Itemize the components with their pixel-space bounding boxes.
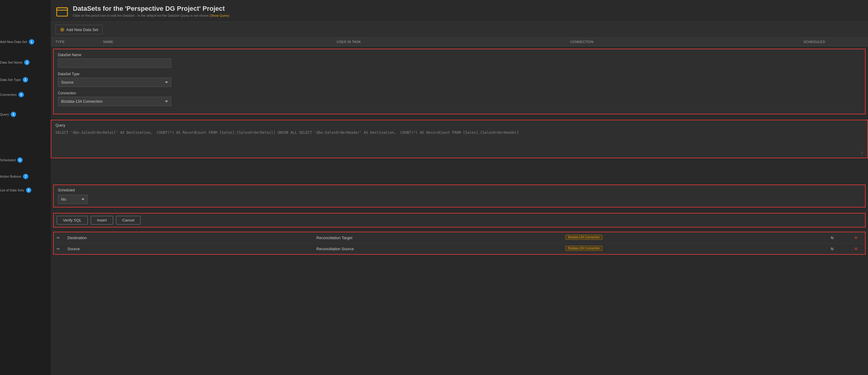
delete-icon[interactable]: ✕ <box>850 235 862 241</box>
annotation-query: Query 5 <box>0 112 16 117</box>
row-connection: Bizdata-134 Connection <box>565 246 814 252</box>
annotation-add-dataset: Add New Data Set 1 <box>0 39 34 45</box>
page-header: DataSets for the 'Perspective DG Project… <box>51 0 868 22</box>
row-name: Destination <box>67 236 316 240</box>
col-scheduled: SCHEDULED <box>804 40 851 44</box>
spacer-area <box>53 158 866 182</box>
connection-badge: Bizdata-134 Connection <box>565 235 603 240</box>
table-row: ✏ Source Reconciliation Source Bizdata-1… <box>54 243 865 254</box>
row-scheduled: N <box>814 236 850 240</box>
col-actions <box>851 40 863 44</box>
connection-row: Connection Bizdata-134 Connection <box>58 91 861 106</box>
connection-label: Connection <box>58 91 861 95</box>
edit-icon[interactable]: ✏ <box>57 247 67 251</box>
annotation-dataset-name: Data Set Name 2 <box>0 60 30 65</box>
edit-icon[interactable]: ✏ <box>57 236 67 240</box>
row-used-in-task: Reconciliation Source <box>316 247 565 251</box>
query-textarea[interactable]: SELECT 'dbo.SalesOrderDetail' AS Destina… <box>56 130 863 154</box>
cancel-button[interactable]: Cancel <box>116 216 141 225</box>
connection-badge: Bizdata-134 Connection <box>565 246 603 251</box>
delete-icon[interactable]: ✕ <box>850 246 862 252</box>
insert-button[interactable]: Insert <box>91 216 113 225</box>
svg-rect-0 <box>57 8 67 16</box>
col-used-in-task: USED IN TASK <box>337 40 570 44</box>
annotation-connection: Connection 4 <box>0 92 24 97</box>
col-type: TYPE <box>56 40 103 44</box>
show-query-link[interactable]: Show Query <box>211 14 229 17</box>
row-used-in-task: Reconciliation Target <box>316 236 565 240</box>
col-name: NAME <box>103 40 337 44</box>
toolbar: ⊕ Add New Data Set <box>51 22 868 38</box>
query-label: Query <box>56 123 863 127</box>
dataset-type-row: DataSet Type Source Destination <box>58 72 861 87</box>
dataset-name-label: DataSet Name <box>58 53 861 57</box>
dataset-icon <box>56 5 69 19</box>
table-header: TYPE NAME USED IN TASK CONNECTION SCHEDU… <box>51 38 868 46</box>
col-connection: CONNECTION <box>570 40 804 44</box>
table-row: ✏ Destination Reconciliation Target Bizd… <box>54 232 865 243</box>
row-name: Source <box>67 247 316 251</box>
annotation-scheduled: Scheduled 6 <box>0 157 23 163</box>
page-title: DataSets for the 'Perspective DG Project… <box>73 5 230 12</box>
dataset-name-section: DataSet Name DataSet Type Source Destina… <box>53 49 866 114</box>
header-text: DataSets for the 'Perspective DG Project… <box>73 5 230 17</box>
dataset-type-select[interactable]: Source Destination <box>58 78 171 87</box>
annotation-panel: Add New Data Set 1 Data Set Name 2 Data … <box>0 0 51 375</box>
row-scheduled: N <box>814 247 850 251</box>
dataset-name-row: DataSet Name <box>58 53 861 68</box>
plus-icon: ⊕ <box>60 27 64 32</box>
query-section: Query SELECT 'dbo.SalesOrderDetail' AS D… <box>51 120 868 158</box>
dataset-name-input[interactable] <box>58 59 171 68</box>
annotation-list-datasets: List of Data Sets 8 <box>0 188 31 193</box>
add-dataset-label: Add New Data Set <box>66 27 98 32</box>
annotation-action-buttons: Action Buttons 7 <box>0 174 28 179</box>
dataset-type-label: DataSet Type <box>58 72 861 76</box>
add-dataset-button[interactable]: ⊕ Add New Data Set <box>56 25 103 34</box>
connection-select[interactable]: Bizdata-134 Connection <box>58 97 171 106</box>
annotation-dataset-type: Data Set Type 3 <box>0 77 28 82</box>
svg-rect-1 <box>57 8 67 10</box>
row-connection: Bizdata-134 Connection <box>565 235 814 241</box>
page-subtitle: Click on the pencil icon to edit the Dat… <box>73 14 230 17</box>
scheduled-label: Scheduled <box>58 188 861 192</box>
data-table: ✏ Destination Reconciliation Target Bizd… <box>53 232 866 255</box>
verify-sql-button[interactable]: Verify SQL <box>57 216 88 225</box>
main-content: DataSets for the 'Perspective DG Project… <box>51 0 868 375</box>
scheduled-select[interactable]: No Yes <box>58 195 88 204</box>
action-buttons-bar: Verify SQL Insert Cancel <box>53 213 866 228</box>
scheduled-section: Scheduled No Yes <box>53 184 866 207</box>
